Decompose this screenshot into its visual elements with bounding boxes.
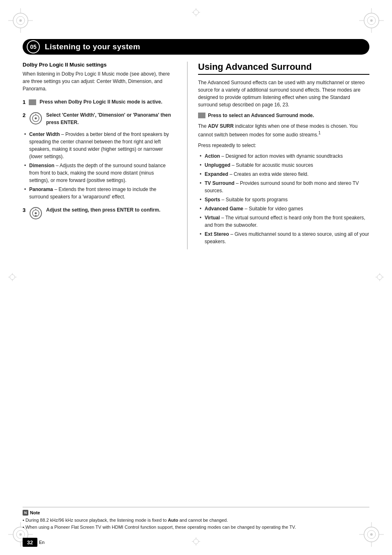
svg-point-50: [35, 117, 37, 120]
svg-point-38: [194, 10, 198, 15]
step-3-number: 3: [23, 207, 25, 213]
bullet-term-dimension: Dimension: [29, 163, 54, 168]
bullet-term-panorama: Panorama: [29, 187, 53, 192]
note-label: Note: [30, 510, 40, 515]
mid-left-mark: [8, 273, 16, 282]
svg-point-2: [19, 19, 22, 22]
mode-virtual-desc: – The virtual surround effect is heard o…: [205, 215, 365, 228]
mid-top-mark: [192, 8, 200, 18]
bullet-panorama: Panorama – Extends the front stereo imag…: [23, 186, 175, 200]
mode-sports-term: Sports: [205, 197, 220, 203]
mode-ext-stereo-desc: – Gives multichannel sound to a stereo s…: [205, 231, 369, 244]
mode-expanded-term: Expanded: [205, 171, 228, 177]
mode-tv-surround: TV Surround – Provides surround sound fo…: [198, 180, 369, 194]
corner-decoration-tl: [8, 8, 33, 33]
step-2-text: Select 'Center Width', 'Dimension' or 'P…: [46, 111, 175, 126]
mode-action: Action – Designed for action movies with…: [198, 152, 369, 160]
step-1: 1 Press when Dolby Pro Logic II Music mo…: [23, 98, 175, 106]
mode-advanced-game: Advanced Game – Suitable for video games: [198, 205, 369, 212]
footnote-1: 1: [318, 131, 321, 135]
note-text-2: • When using a Pioneer Flat Screen TV wi…: [23, 524, 369, 531]
mode-unplugged: Unplugged – Suitable for acoustic music …: [198, 161, 369, 169]
mode-virtual-term: Virtual: [205, 215, 220, 221]
header-bar: 05 Listening to your system: [23, 39, 369, 55]
content-area: Dolby Pro Logic II Music settings When l…: [23, 62, 369, 522]
mode-unplugged-term: Unplugged: [205, 162, 231, 168]
corner-decoration-tr: [359, 8, 384, 33]
modes-list: Action – Designed for action movies with…: [198, 152, 369, 245]
dial-icon-step2: [29, 111, 43, 127]
note-icon: N: [23, 510, 28, 516]
svg-point-16: [19, 533, 22, 536]
mode-advanced-game-desc: – Suitable for video games: [244, 206, 303, 212]
left-intro-text: When listening in Dolby Pro Logic II Mus…: [23, 70, 175, 92]
mode-tv-surround-term: TV Surround: [205, 180, 235, 186]
svg-point-33: [377, 274, 382, 279]
note-text-1: • During 88.2 kHz/96 kHz source playback…: [23, 517, 369, 524]
mid-bottom-mark: [192, 537, 200, 547]
bullet-dimension: Dimension – Adjusts the depth of the sur…: [23, 162, 175, 184]
right-section-title: Using Advanced Surround: [198, 62, 369, 75]
mode-sports-desc: – Suitable for sports programs: [221, 197, 288, 203]
mid-right-mark: [376, 273, 384, 282]
svg-point-43: [194, 539, 198, 544]
left-section-heading: Dolby Pro Logic II Music settings: [23, 62, 175, 68]
bullet-center-width: Center Width – Provides a better blend o…: [23, 131, 175, 160]
step-2-number: 2: [23, 112, 25, 118]
mode-sports: Sports – Suitable for sports programs: [198, 196, 369, 203]
mode-ext-stereo-term: Ext Stereo: [205, 231, 229, 237]
mode-advanced-game-term: Advanced Game: [205, 206, 243, 212]
mode-action-desc: – Designed for action movies with dynami…: [221, 153, 343, 159]
mode-virtual: Virtual – The virtual surround effect is…: [198, 214, 369, 229]
adv-surr-text: The ADV SURR indicator lights when one o…: [198, 122, 369, 138]
left-column: Dolby Pro Logic II Music settings When l…: [23, 62, 175, 249]
page-number-badge: 32: [23, 538, 37, 547]
mode-expanded-desc: – Creates an extra wide stereo field.: [230, 171, 309, 177]
header-title: Listening to your system: [45, 42, 140, 51]
mode-ext-stereo: Ext Stereo – Gives multichannel sound to…: [198, 230, 369, 245]
mode-action-term: Action: [205, 153, 220, 159]
step-2: 2 Select 'Center Width', 'Dimension' or …: [23, 111, 175, 127]
step-1-number: 1: [23, 99, 25, 105]
press-instruction-text: Press to select an Advanced Surround mod…: [208, 112, 314, 119]
svg-point-23: [370, 533, 373, 536]
button-icon-adv-surr: [198, 113, 205, 118]
button-icon-step1: [29, 99, 36, 105]
mode-expanded: Expanded – Creates an extra wide stereo …: [198, 170, 369, 178]
right-column: Using Advanced Surround The Advanced Sur…: [187, 62, 369, 249]
step-2-bullets: Center Width – Provides a better blend o…: [23, 131, 175, 200]
svg-point-54: [35, 212, 37, 214]
two-column-layout: Dolby Pro Logic II Music settings When l…: [23, 62, 369, 249]
dial-icon-step3: [29, 206, 43, 221]
step-3: 3 Adjust the setting, then press ENTER t…: [23, 206, 175, 221]
press-repeatedly-text: Press repeatedly to select:: [198, 142, 369, 149]
bullet-term-center-width: Center Width: [29, 131, 60, 137]
chapter-badge: 05: [27, 40, 40, 53]
step-1-text: Press when Dolby Pro Logic II Music mode…: [39, 98, 162, 106]
page: 05 Listening to your system Dolby Pro Lo…: [0, 0, 392, 555]
step-3-text: Adjust the setting, then press ENTER to …: [46, 206, 160, 214]
page-number-area: 32 En: [23, 538, 44, 547]
svg-point-28: [10, 274, 15, 279]
note-section: N Note • During 88.2 kHz/96 kHz source p…: [23, 507, 369, 530]
note-header: N Note: [23, 510, 369, 516]
press-instruction-line: Press to select an Advanced Surround mod…: [198, 112, 369, 119]
right-intro-text: The Advanced Surround effects can be use…: [198, 79, 369, 108]
mode-unplugged-desc: – Suitable for acoustic music sources: [232, 162, 313, 168]
svg-point-9: [370, 19, 373, 22]
page-lang: En: [39, 540, 44, 545]
